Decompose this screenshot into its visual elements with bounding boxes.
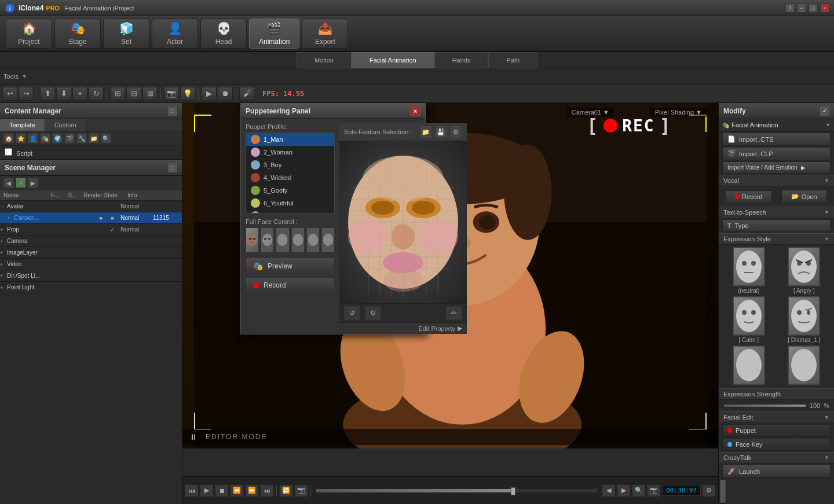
nav-export[interactable]: 📤 Export: [302, 19, 348, 49]
sm-next[interactable]: ▶: [28, 178, 38, 188]
puppet-edit-button[interactable]: Puppet: [722, 424, 831, 437]
right-panel-checkbox[interactable]: ✓: [820, 106, 829, 116]
tb-snap[interactable]: ⊞: [110, 87, 125, 101]
tb-group[interactable]: ⊠: [142, 87, 158, 101]
cm-icon-6[interactable]: 🎬: [64, 133, 75, 144]
solo-rotate-left[interactable]: ↺: [344, 306, 360, 320]
shading-label[interactable]: Pixel Shading ▼: [650, 108, 707, 117]
table-row[interactable]: + Dir./Spot Li...: [0, 270, 182, 282]
crazytalk-header[interactable]: CrazyTalk ▼: [719, 452, 834, 463]
face-thumb-4[interactable]: [291, 227, 305, 253]
tb-redo[interactable]: ↪: [19, 87, 34, 101]
sm-prev[interactable]: ◀: [3, 178, 14, 188]
tl-scroll-left[interactable]: ◀: [602, 484, 616, 497]
expand-icon[interactable]: +: [7, 215, 14, 221]
cm-icon-5[interactable]: 🌍: [52, 133, 63, 144]
timeline-progress[interactable]: [316, 488, 598, 493]
script-checkbox[interactable]: [5, 148, 12, 156]
tl-zoom[interactable]: 🔍: [632, 484, 646, 497]
face-thumb-3[interactable]: [276, 227, 289, 253]
expand-icon[interactable]: +: [0, 250, 7, 256]
puppet-close-button[interactable]: ×: [410, 106, 420, 116]
vocal-section-header[interactable]: Vocal ▼: [719, 175, 834, 186]
face-thumb-5[interactable]: [306, 227, 320, 253]
sec-facial-animation[interactable]: Facial Animation: [352, 52, 434, 68]
cm-icon-1[interactable]: 🏠: [3, 133, 14, 144]
scrollbar-thumb[interactable]: [720, 480, 726, 503]
cm-icon-2[interactable]: ⭐: [16, 133, 26, 144]
import-voice-button[interactable]: Import Voice / Add Emotion ▶: [722, 161, 831, 174]
profile-item-4wicked[interactable]: 4_Wicked: [246, 171, 334, 184]
tb-play[interactable]: ▶: [202, 87, 217, 101]
sec-path[interactable]: Path: [488, 52, 537, 68]
expand-icon[interactable]: +: [0, 238, 7, 244]
nav-head[interactable]: 💀 Head: [200, 19, 247, 49]
solo-folder-icon[interactable]: 📁: [419, 126, 432, 138]
minimize-button[interactable]: −: [797, 3, 806, 13]
tl-loop[interactable]: 🔁: [279, 484, 293, 497]
table-row[interactable]: + Camera: [0, 236, 182, 247]
close-button[interactable]: ×: [820, 3, 829, 13]
tl-to-end[interactable]: ⏭: [260, 484, 274, 497]
solo-save-icon[interactable]: 💾: [434, 126, 447, 138]
vocal-open-button[interactable]: 📂 Open: [781, 190, 828, 203]
tb-brush[interactable]: 🖌: [239, 87, 254, 101]
nav-actor[interactable]: 👤 Actor: [152, 19, 198, 49]
tl-prev-frame[interactable]: ⏪: [230, 484, 244, 497]
expr-item-angry[interactable]: [ Angry ]: [778, 247, 831, 294]
tb-align[interactable]: ⊟: [126, 87, 141, 101]
sec-motion[interactable]: Motion: [297, 52, 352, 68]
tl-camera-switch[interactable]: 📷: [294, 484, 308, 497]
tl-scroll-right[interactable]: ▶: [617, 484, 631, 497]
nav-set[interactable]: 🧊 Set: [103, 19, 149, 49]
expr-strength-header[interactable]: Expression Strength: [719, 388, 834, 400]
table-row[interactable]: + Video: [0, 259, 182, 270]
content-manager-close[interactable]: □: [168, 106, 177, 116]
expr-item-distrust[interactable]: [ Distrust_1 ]: [778, 296, 831, 343]
scene-manager-close[interactable]: □: [168, 163, 177, 172]
tl-settings[interactable]: ⚙: [702, 484, 716, 497]
expand-icon[interactable]: +: [0, 262, 7, 267]
cm-icon-9[interactable]: 🔍: [101, 133, 111, 144]
tl-play[interactable]: ▶: [200, 484, 214, 497]
expand-icon[interactable]: +: [0, 227, 7, 233]
tts-section-header[interactable]: Text-to-Speech ▼: [719, 207, 834, 218]
maximize-button[interactable]: □: [809, 3, 818, 13]
table-row[interactable]: − Avatar Normal: [0, 201, 182, 212]
cm-icon-3[interactable]: 👤: [28, 133, 38, 144]
facial-edit-header[interactable]: Facial Edit ▼: [719, 411, 834, 423]
import-cts-button[interactable]: 📄 Import .CTS: [722, 133, 831, 146]
nav-project[interactable]: 🏠 Project: [6, 19, 52, 49]
sm-add[interactable]: +: [16, 178, 26, 188]
tb-rotate[interactable]: ↻: [89, 87, 104, 101]
help-button[interactable]: ?: [785, 3, 795, 13]
cm-icon-4[interactable]: 🎭: [40, 133, 50, 144]
nav-stage[interactable]: 🎭 Stage: [54, 19, 101, 49]
expr-item-6[interactable]: [778, 345, 831, 386]
cm-icon-8[interactable]: 📁: [89, 133, 99, 144]
edit-property-bar[interactable]: Edit Property ▶: [339, 322, 467, 334]
tb-undo[interactable]: ↩: [2, 87, 17, 101]
profile-item-6youthful[interactable]: 6_Youthful: [246, 197, 334, 209]
tts-type-button[interactable]: T Type: [722, 219, 831, 232]
sec-hands[interactable]: Hands: [434, 52, 489, 68]
profile-list[interactable]: 1_Man 2_Woman 3_Boy: [246, 133, 335, 214]
table-row[interactable]: + Cartoon... ■ ■ Normal 11315: [0, 212, 182, 224]
right-panel-scrollbar[interactable]: [719, 479, 726, 504]
profile-item-3boy[interactable]: 3_Boy: [246, 159, 334, 171]
face-thumb-2[interactable]: [261, 227, 274, 253]
puppet-record-button[interactable]: Record: [246, 277, 335, 293]
crazytalk-launch-button[interactable]: 🚀 Launch: [722, 465, 831, 478]
table-row[interactable]: + ImageLayer: [0, 247, 182, 259]
expand-icon[interactable]: +: [0, 285, 7, 290]
profile-item-2woman[interactable]: 2_Woman: [246, 146, 334, 159]
viewport-container[interactable]: [ REC ] Camera01 ▼ Pixel Shading ▼: [182, 103, 718, 476]
preview-button[interactable]: 🎭 Preview: [246, 257, 335, 275]
solo-rotate-right[interactable]: ↻: [365, 306, 381, 320]
tb-camera[interactable]: 📷: [164, 87, 179, 101]
tb-record[interactable]: ⏺: [218, 87, 233, 101]
tl-next-frame[interactable]: ⏩: [245, 484, 259, 497]
tab-template[interactable]: Template: [0, 119, 45, 131]
face-key-button[interactable]: Face Key: [722, 438, 831, 451]
tl-to-start[interactable]: ⏮: [185, 484, 199, 497]
